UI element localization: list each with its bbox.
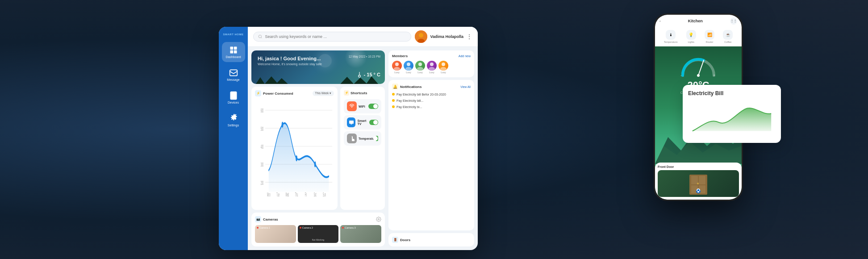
doors-title: Doors <box>400 238 410 242</box>
member-name: Lusy <box>406 71 411 74</box>
svg-text:Mon: Mon <box>267 191 270 198</box>
svg-point-52 <box>442 63 445 66</box>
member-name: Lusy <box>441 71 446 74</box>
svg-point-63 <box>697 183 699 184</box>
camera-2-dot <box>300 227 301 229</box>
more-icon[interactable]: ⋮ <box>466 33 472 40</box>
view-all-button[interactable]: View All <box>460 85 471 88</box>
svg-text:Fri: Fri <box>305 191 307 198</box>
svg-point-44 <box>395 63 399 66</box>
phone-temp-icon[interactable]: 🌡 <box>666 30 676 40</box>
notif-icon: 🔔 <box>392 84 398 90</box>
member-item: Lusy <box>404 61 413 74</box>
svg-rect-60 <box>699 176 705 184</box>
shortcut-temp-info: Temperatur <box>347 134 376 143</box>
camera-3-label: Camera 3 <box>342 226 355 229</box>
left-column: 12 May 2022 • 10:23 PM Hi, jasica ! Good… <box>248 47 388 250</box>
sidebar-item-settings[interactable]: Settings <box>222 110 245 130</box>
dashboard-label: Dashboard <box>225 55 241 58</box>
cameras-grid: Camera 1 Camera 2 Not Working <box>255 225 381 243</box>
bill-chart <box>688 100 776 136</box>
search-input[interactable] <box>265 34 407 39</box>
shortcuts-title: Shortcuts <box>351 91 367 95</box>
shortcuts-card: ⚡ Shortcuts WiFi <box>340 87 385 210</box>
svg-point-51 <box>429 67 435 71</box>
devices-label: Devices <box>228 101 239 104</box>
search-icon <box>258 34 263 39</box>
phone-router-icon[interactable]: 📶 <box>705 30 714 40</box>
camera-1-dot <box>257 227 259 229</box>
svg-point-10 <box>419 33 423 38</box>
svg-text:+: + <box>713 73 715 77</box>
shortcut-tv: Smart TV <box>344 115 381 130</box>
svg-rect-3 <box>234 50 237 54</box>
phone-back-icon[interactable]: ‹ <box>659 19 661 23</box>
svg-text:-: - <box>680 73 682 77</box>
sidebar-item-message[interactable]: Message <box>222 65 245 85</box>
settings-icon[interactable] <box>376 217 381 222</box>
chart-area: 600 500 400 300 200 Mon Tue Wed Thu Fri <box>255 98 334 206</box>
phone-shortcut-coffee: ☕ Coffee <box>723 30 733 43</box>
member-item: Lusy <box>415 61 425 74</box>
sidebar-item-dashboard[interactable]: Dashboard <box>222 42 245 62</box>
svg-marker-12 <box>256 77 265 84</box>
member-name: Lusy <box>394 71 400 74</box>
notif-text: Pay Electricity bill... <box>396 99 423 103</box>
temp-icon-wrap <box>347 134 357 143</box>
notification-item: Pay Electricity bill Befor 20-03-2020 <box>392 92 471 96</box>
svg-point-8 <box>259 35 261 38</box>
header-right: Vadima Holapolla ⋮ <box>415 30 472 43</box>
wifi-icon-wrap <box>347 101 357 111</box>
message-label: Message <box>227 78 239 81</box>
phone-shortcut-router: 📶 Router <box>705 30 714 43</box>
notif-text: Pay Electricity bill Befor 20-03-2020 <box>396 92 446 96</box>
notifications-card: 🔔 Notifications View All Pay Electricity… <box>388 80 474 230</box>
hero-banner: 12 May 2022 • 10:23 PM Hi, jasica ! Good… <box>251 50 385 84</box>
member-avatar <box>404 61 413 71</box>
svg-point-48 <box>418 63 422 66</box>
svg-text:Sun: Sun <box>323 191 326 198</box>
add-member-button[interactable]: Add new <box>459 54 471 58</box>
hero-sub: Welcome Home, it's snowing outside stay … <box>258 63 379 66</box>
svg-rect-0 <box>230 47 233 50</box>
wifi-toggle[interactable] <box>368 104 378 109</box>
phone-coffee-icon[interactable]: ☕ <box>723 30 733 40</box>
svg-text:300: 300 <box>261 161 264 168</box>
phone-title: Kitchen <box>688 19 703 23</box>
notif-dot <box>392 105 395 108</box>
notif-text: Pay Electricity bi... <box>396 105 422 109</box>
phone-shortcuts: 🌡 Temperature 💡 Lights 📶 Router ☕ Coffee <box>655 27 742 46</box>
member-item: Lusy <box>427 61 437 74</box>
phone-header: ‹ Kitchen ⋮⋮ <box>655 15 742 27</box>
app-title: SMART HOME <box>223 33 244 36</box>
avatar <box>415 30 427 43</box>
members-card: Members Add new Lusy <box>388 50 474 77</box>
search-bar[interactable] <box>253 32 411 42</box>
phone-lights-icon[interactable]: 💡 <box>686 30 696 40</box>
member-item: Lusy <box>392 61 402 74</box>
shortcut-tv-info: Smart TV <box>347 117 369 127</box>
sidebar-item-devices[interactable]: Devices <box>222 88 245 108</box>
tv-toggle[interactable] <box>369 120 378 125</box>
svg-text:200: 200 <box>261 179 264 186</box>
svg-marker-14 <box>276 78 288 84</box>
member-item: Lusy <box>438 61 448 74</box>
content-area: Vadima Holapolla ⋮ <box>248 27 478 250</box>
phone-shortcut-temp: 🌡 Temperature <box>664 30 678 43</box>
power-icon: ⚡ <box>255 90 261 96</box>
settings-label: Settings <box>228 124 239 127</box>
camera-3: Camera 3 <box>340 225 381 243</box>
svg-text:Thu: Thu <box>295 191 298 198</box>
tv-icon-wrap <box>347 117 355 127</box>
phone-grid-icon[interactable]: ⋮⋮ <box>730 17 737 25</box>
svg-point-47 <box>405 67 412 71</box>
power-card: ⚡ Power Consumed This Week ▾ <box>251 87 338 210</box>
power-header: ⚡ Power Consumed This Week ▾ <box>255 90 334 96</box>
temp-toggle[interactable] <box>376 136 378 141</box>
power-title: Power Consumed <box>263 92 293 96</box>
week-selector[interactable]: This Week ▾ <box>313 91 334 96</box>
svg-line-55 <box>698 60 704 75</box>
shortcuts-header: ⚡ Shortcuts <box>344 90 381 96</box>
svg-text:Tue: Tue <box>276 191 280 198</box>
camera-1: Camera 1 <box>255 225 296 243</box>
